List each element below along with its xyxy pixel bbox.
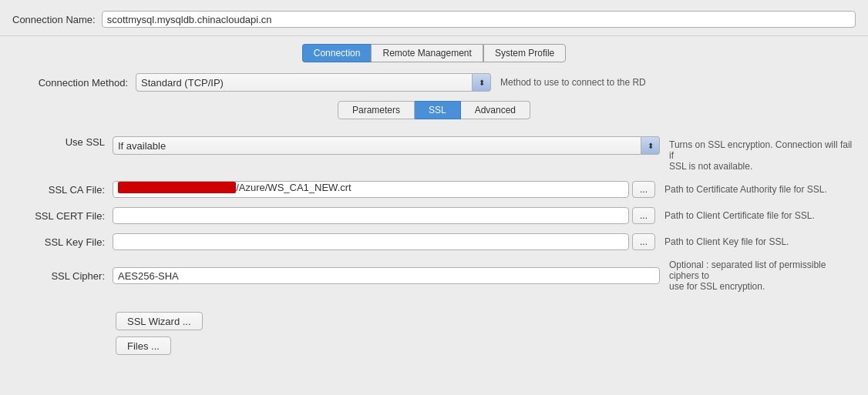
tab-parameters[interactable]: Parameters (338, 101, 415, 119)
ssl-ca-browse-button[interactable]: ... (632, 181, 655, 198)
tab-remote-management[interactable]: Remote Management (371, 44, 483, 62)
use-ssl-select[interactable]: If available (113, 136, 641, 155)
use-ssl-row: Use SSL If available ⬍ Turns on SSL encr… (0, 132, 868, 176)
ssl-ca-file-input[interactable]: /users/scottxiao/Docume.../Azure/WS_CA1_… (113, 181, 629, 198)
ssl-cert-file-row: SSL CERT File: ... Path to Client Certif… (0, 203, 868, 229)
ssl-key-file-label: SSL Key File: (12, 236, 105, 248)
arrow-up-down-icon: ⬍ (479, 79, 485, 87)
ssl-ca-file-label: SSL CA File: (12, 184, 105, 196)
connection-method-help: Method to use to connect to the RD (500, 77, 856, 88)
connection-method-select-wrapper: Standard (TCP/IP) ⬍ (136, 73, 491, 92)
ssl-cert-file-wrapper: ... (113, 207, 655, 224)
ca-path-suffix: /Azure/WS_CA1_NEW.crt (236, 182, 352, 193)
connection-method-label: Connection Method: (12, 77, 128, 89)
ssl-key-browse-button[interactable]: ... (632, 233, 655, 250)
files-button[interactable]: Files ... (116, 336, 171, 355)
arrow-up-down-icon2: ⬍ (648, 142, 654, 150)
action-buttons-row: SSL Wizard ... Files ... (0, 303, 868, 364)
connection-method-row: Connection Method: Standard (TCP/IP) ⬍ M… (0, 69, 868, 96)
ssl-cipher-help: Optional : separated list of permissible… (669, 259, 856, 292)
ssl-form: Use SSL If available ⬍ Turns on SSL encr… (0, 126, 868, 303)
ssl-cert-file-label: SSL CERT File: (12, 210, 105, 222)
ssl-ca-file-row: SSL CA File: /users/scottxiao/Docume.../… (0, 176, 868, 203)
tab-system-profile[interactable]: System Profile (483, 44, 566, 62)
connection-method-arrow[interactable]: ⬍ (473, 73, 491, 92)
ssl-cipher-input[interactable] (113, 267, 660, 284)
ssl-cipher-label: SSL Cipher: (12, 270, 105, 282)
tab-connection[interactable]: Connection (302, 44, 372, 62)
tab-ssl[interactable]: SSL (415, 101, 461, 119)
ssl-cipher-row: SSL Cipher: Optional : separated list of… (0, 255, 868, 296)
ssl-key-file-input[interactable] (113, 233, 629, 250)
ssl-cert-browse-button[interactable]: ... (632, 207, 655, 224)
ssl-ca-help: Path to Certificate Authority file for S… (664, 184, 856, 195)
tab-advanced[interactable]: Advanced (461, 101, 530, 119)
ssl-key-file-wrapper: ... (113, 233, 655, 250)
ssl-wizard-button[interactable]: SSL Wizard ... (116, 312, 203, 330)
use-ssl-label: Use SSL (12, 136, 105, 148)
ssl-cert-help: Path to Client Certificate file for SSL. (664, 210, 856, 221)
top-tab-bar: Connection Remote Management System Prof… (0, 36, 868, 69)
use-ssl-help: Turns on SSL encryption. Connection will… (669, 136, 856, 172)
ssl-ca-file-wrapper: /users/scottxiao/Docume.../Azure/WS_CA1_… (113, 181, 655, 198)
connection-name-row: Connection Name: (0, 0, 868, 36)
use-ssl-arrow[interactable]: ⬍ (641, 136, 660, 155)
connection-name-input[interactable] (102, 11, 856, 28)
connection-method-select[interactable]: Standard (TCP/IP) (136, 73, 473, 92)
connection-name-label: Connection Name: (12, 14, 96, 25)
ssl-cert-file-input[interactable] (113, 207, 629, 224)
ssl-key-file-row: SSL Key File: ... Path to Client Key fil… (0, 229, 868, 255)
use-ssl-select-wrapper: If available ⬍ (113, 136, 660, 155)
ca-path-redacted: /users/scottxiao/Docume... (118, 182, 236, 193)
ssl-key-help: Path to Client Key file for SSL. (664, 236, 856, 247)
main-window: Connection Name: Connection Remote Manag… (0, 0, 868, 395)
sub-tab-bar: Parameters SSL Advanced (0, 96, 868, 126)
